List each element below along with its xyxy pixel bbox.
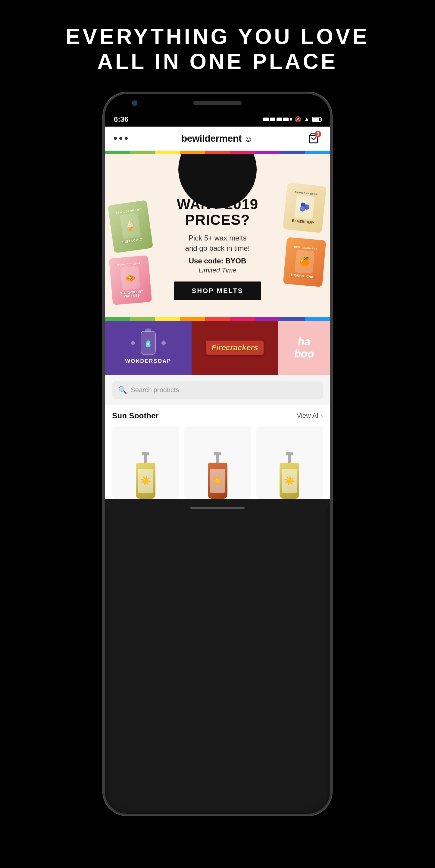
wifi-icon: ▲	[304, 116, 310, 123]
category-tile-haboo[interactable]: haboo	[278, 321, 330, 375]
category-tile-firecrackers[interactable]: Firecrackers	[192, 321, 278, 375]
front-camera	[132, 100, 137, 106]
pistachio-image: 🍦	[120, 213, 141, 239]
wondersoap-label: WONDERSOAP	[125, 358, 171, 364]
soap-bottle: 🧴	[141, 331, 156, 355]
orange-brand: BEWILDERMENT	[294, 245, 317, 250]
signal-group	[263, 118, 292, 121]
rainbow2-yellow	[155, 317, 180, 321]
rainbow-light-green	[130, 151, 155, 154]
pistachio-brand: BEWILDERMENT	[115, 208, 141, 214]
product-card-pistachio: BEWILDERMENT 🍦 PISTACHIO	[107, 200, 153, 253]
bottle-body-3: ☀️	[279, 463, 299, 499]
header-menu-dots[interactable]	[114, 137, 128, 140]
pump-head-2	[213, 453, 222, 455]
search-bar[interactable]: 🔍 Search products	[112, 381, 323, 399]
logo-text: bewilderment	[181, 133, 242, 144]
product-grid: ☀️ ☀️	[112, 427, 323, 499]
home-bar	[190, 507, 245, 509]
rainbow-bar-bottom	[105, 317, 330, 321]
orange-image: 🍊	[295, 250, 314, 274]
phone-speaker	[193, 101, 242, 105]
product-card-orange: BEWILDERMENT 🍊 Orange Cake	[283, 237, 326, 287]
search-icon: 🔍	[118, 386, 127, 394]
rainbow-purple	[255, 151, 280, 154]
product-item-3[interactable]: ☀️	[256, 427, 323, 499]
bottle-label-3: ☀️	[282, 469, 297, 493]
cart-badge: 3	[314, 131, 321, 137]
product-card-blueberry: BEWILDERMENT 🫐 BLUEBERRY	[282, 182, 326, 233]
signal-sq-1	[263, 118, 269, 121]
banner-headline: WANT 2019 PRICES?	[177, 196, 258, 228]
rainbow-indigo	[280, 151, 305, 154]
rainbow2-pink	[230, 317, 255, 321]
product-bottle-1: ☀️	[132, 451, 159, 499]
signal-sq-4	[283, 118, 289, 121]
blueberry-brand: BEWILDERMENT	[294, 190, 318, 195]
phone-screen: bewilderment ☺ 3	[105, 127, 330, 499]
battery-icon	[312, 117, 321, 122]
bottle-label-2: ☀️	[210, 469, 225, 493]
pump-head-1	[142, 453, 149, 455]
category-tile-wondersoap[interactable]: 🧴 WONDERSOAP	[105, 321, 192, 375]
phone-bottom	[105, 499, 330, 517]
hero-text: EVERYTHING YOU LOVE ALL IN ONE PLACE	[66, 24, 369, 74]
status-icons: 🔕 ▲	[263, 116, 321, 123]
shop-melts-button[interactable]: SHOP MELTS	[174, 281, 262, 300]
rainbow-red	[205, 151, 230, 154]
cart-button[interactable]: 3	[306, 131, 321, 146]
strawberry-label: Strawberry Waffles	[114, 289, 149, 299]
product-item-1[interactable]: ☀️	[112, 427, 179, 499]
rainbow-bar-top	[105, 151, 330, 154]
status-time: 6:36	[114, 115, 128, 124]
rainbow2-blue	[305, 317, 330, 321]
rainbow-pink	[230, 151, 255, 154]
rainbow-orange	[180, 151, 205, 154]
app-header: bewilderment ☺ 3	[105, 127, 330, 151]
signal-dot	[290, 118, 292, 121]
rainbow2-purple	[255, 317, 280, 321]
strawberry-image: 🧇	[120, 266, 140, 290]
banner-limited: Limited Time	[199, 267, 236, 274]
hero-line1: EVERYTHING YOU LOVE	[66, 24, 369, 49]
wondersoap-content: 🧴 WONDERSOAP	[125, 331, 171, 364]
diamond-ornament-left	[130, 341, 135, 346]
bottle-body-2: ☀️	[208, 463, 228, 499]
chevron-right-icon: ›	[321, 412, 323, 419]
rainbow2-red	[205, 317, 230, 321]
section-title: Sun Soother	[112, 411, 159, 421]
view-all-label: View All	[297, 412, 320, 420]
menu-dot-1	[114, 137, 117, 140]
blueberry-label: BLUEBERRY	[292, 218, 314, 225]
rainbow-green	[105, 151, 130, 154]
blueberry-image: 🫐	[295, 195, 315, 219]
rainbow2-green	[105, 317, 130, 321]
banner-code: Use code: BYOB	[189, 257, 246, 265]
page-wrapper: EVERYTHING YOU LOVE ALL IN ONE PLACE 6:3…	[0, 0, 435, 868]
firecrackers-label: Firecrackers	[211, 343, 258, 352]
pump-2	[216, 454, 219, 463]
logo-icon: ☺	[244, 134, 253, 144]
battery-fill	[313, 118, 319, 121]
diamond-ornament-right	[161, 341, 166, 346]
rainbow2-indigo	[280, 317, 305, 321]
view-all-link[interactable]: View All ›	[297, 412, 323, 420]
menu-dot-2	[119, 137, 122, 140]
product-item-2[interactable]: ☀️	[184, 427, 251, 499]
battery-tip	[321, 118, 322, 121]
product-bottle-2: ☀️	[204, 451, 231, 499]
search-placeholder-text: Search products	[131, 386, 179, 394]
pump-head-3	[286, 453, 293, 455]
hero-line2: ALL IN ONE PLACE	[66, 49, 369, 74]
banner-subtext: Pick 5+ wax melts and go back in time!	[185, 233, 250, 253]
phone-frame: 6:36 🔕 ▲	[103, 92, 332, 815]
strawberry-brand: BEWILDERMENT	[117, 261, 141, 267]
firecrackers-content: Firecrackers	[206, 341, 264, 355]
mute-icon: 🔕	[295, 116, 301, 123]
pump-3	[288, 454, 291, 463]
search-section: 🔍 Search products	[105, 375, 330, 405]
bottle-label-1: ☀️	[138, 469, 153, 493]
rainbow-blue	[305, 151, 330, 154]
orange-label: Orange Cake	[291, 273, 316, 278]
menu-dot-3	[125, 137, 128, 140]
